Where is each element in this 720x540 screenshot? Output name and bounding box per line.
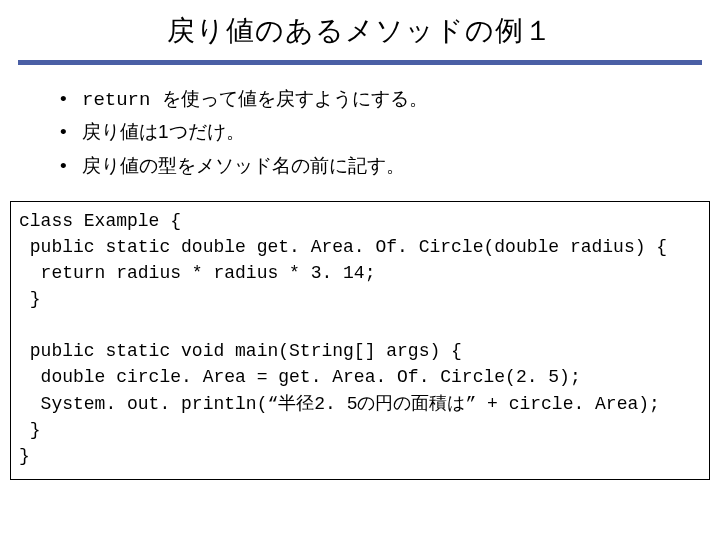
bullet-text: 戻り値は1つだけ。 xyxy=(82,121,245,142)
code-block: class Example { public static double get… xyxy=(10,201,710,480)
bullet-list: return を使って値を戻すようにする。 戻り値は1つだけ。 戻り値の型をメソ… xyxy=(0,83,720,201)
code-line: class Example { xyxy=(19,211,181,231)
bullet-code-prefix: return xyxy=(82,89,162,111)
code-line: } xyxy=(19,420,41,440)
code-line: public static void main(String[] args) { xyxy=(19,341,462,361)
code-line: } xyxy=(19,289,41,309)
code-line: } xyxy=(19,446,30,466)
list-item: 戻り値の型をメソッド名の前に記す。 xyxy=(60,150,680,183)
bullet-text: 戻り値の型をメソッド名の前に記す。 xyxy=(82,155,405,176)
bullet-text: を使って値を戻すようにする。 xyxy=(162,88,428,109)
code-line: System. out. println(“半径2. 5の円の面積は” + ci… xyxy=(19,394,660,414)
page-title: 戻り値のあるメソッドの例１ xyxy=(0,12,720,50)
code-line: double circle. Area = get. Area. Of. Cir… xyxy=(19,367,581,387)
code-line: public static double get. Area. Of. Circ… xyxy=(19,237,667,257)
title-underline xyxy=(18,60,702,65)
code-line: return radius * radius * 3. 14; xyxy=(19,263,375,283)
slide: 戻り値のあるメソッドの例１ return を使って値を戻すようにする。 戻り値は… xyxy=(0,0,720,540)
list-item: return を使って値を戻すようにする。 xyxy=(60,83,680,116)
title-wrap: 戻り値のあるメソッドの例１ xyxy=(0,0,720,56)
list-item: 戻り値は1つだけ。 xyxy=(60,116,680,149)
